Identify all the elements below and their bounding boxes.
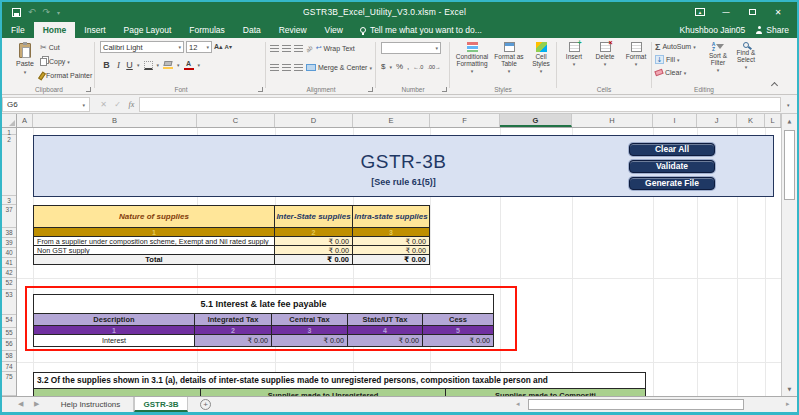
row-header[interactable]: 53 — [2, 290, 16, 315]
column-header-d[interactable]: D — [275, 114, 353, 127]
dialog-launcher-icon[interactable] — [368, 87, 373, 92]
header-cell[interactable]: Intra-state supplies — [353, 206, 429, 228]
header-cell[interactable]: Supplies made to Unregistered — [201, 389, 446, 396]
enter-icon[interactable]: ✓ — [111, 97, 124, 112]
header-cell[interactable]: State/UT Tax — [348, 314, 423, 326]
sheet-nav-left-icon[interactable]: ◀ — [18, 397, 23, 412]
decrease-decimal-icon[interactable]: .00→ — [427, 64, 440, 70]
generate-file-button[interactable]: Generate File — [629, 177, 715, 190]
undo-icon[interactable]: ↶ — [28, 8, 36, 17]
index-cell[interactable]: 3 — [353, 228, 429, 237]
row-label-cell[interactable]: Interest — [34, 335, 195, 346]
amount-cell[interactable]: ₹ 0.00 — [272, 335, 348, 346]
total-amount-cell[interactable]: ₹ 0.00 — [275, 255, 353, 264]
vertical-scroll-thumb[interactable] — [784, 130, 795, 200]
cell-styles-button[interactable]: Cell Styles▾ — [528, 42, 554, 75]
total-amount-cell[interactable]: ₹ 0.00 — [353, 255, 429, 264]
amount-cell[interactable]: ₹ 0.00 — [353, 237, 429, 246]
wrap-text-button[interactable]: ↩Wrap Text — [316, 43, 355, 54]
tab-file[interactable]: File — [2, 22, 34, 38]
column-header-i[interactable]: I — [653, 114, 697, 127]
borders-button[interactable] — [144, 61, 153, 70]
row-header[interactable]: 55 — [2, 328, 16, 339]
scroll-up-icon[interactable]: ▲ — [782, 118, 797, 124]
add-sheet-icon[interactable]: + — [200, 399, 211, 410]
close-button[interactable]: ✕ — [765, 2, 791, 22]
currency-format-button[interactable]: $ — [381, 62, 385, 71]
amount-cell[interactable]: ₹ 0.00 — [275, 237, 353, 246]
row-header[interactable]: 56 — [2, 339, 16, 351]
collapse-ribbon-icon[interactable] — [771, 82, 778, 89]
header-cell[interactable] — [34, 389, 201, 396]
insert-function-button[interactable]: fx — [125, 97, 138, 112]
tab-review[interactable]: Review — [270, 22, 316, 38]
total-label-cell[interactable]: Total — [34, 255, 275, 264]
spreadsheet-grid[interactable]: GSTR-3B [See rule 61(5)] Clear All Valid… — [17, 128, 781, 396]
column-header-e[interactable]: E — [353, 114, 430, 127]
find-select-button[interactable]: Find & Select▾ — [734, 42, 758, 74]
conditional-formatting-button[interactable]: Conditional Formatting▾ — [454, 42, 490, 75]
row-header[interactable]: 52 — [2, 278, 16, 290]
column-header-a[interactable]: A — [17, 114, 33, 127]
fill-color-button[interactable] — [163, 61, 173, 69]
tab-home[interactable]: Home — [34, 22, 76, 38]
row-header[interactable]: 3 — [2, 196, 16, 205]
tell-me-box[interactable]: Tell me what you want to do... — [352, 22, 490, 38]
align-right-icon[interactable] — [294, 64, 303, 71]
amount-cell[interactable]: ₹ 0.00 — [353, 246, 429, 255]
validate-button[interactable]: Validate — [629, 160, 715, 173]
redo-icon[interactable]: ↷ — [43, 8, 51, 17]
amount-cell[interactable]: ₹ 0.00 — [348, 335, 423, 346]
row-header[interactable]: 2 — [2, 135, 16, 196]
dialog-launcher-icon[interactable] — [86, 87, 91, 92]
header-cell[interactable]: Central Tax — [272, 314, 348, 326]
comma-format-button[interactable]: , — [407, 62, 409, 71]
sort-filter-button[interactable]: AZSort & Filter▾ — [706, 42, 730, 74]
horizontal-scroll-thumb[interactable] — [528, 399, 744, 410]
amount-cell[interactable]: ₹ 0.00 — [275, 246, 353, 255]
autosum-button[interactable]: ΣAutoSum▾ — [655, 41, 696, 52]
column-header-g-selected[interactable]: G — [500, 114, 572, 127]
share-button[interactable]: Share — [755, 25, 789, 35]
row-header[interactable]: 58 — [2, 351, 16, 362]
row-header[interactable]: 38 — [2, 228, 16, 238]
save-icon[interactable] — [12, 8, 21, 17]
font-family-select[interactable]: Calibri Light▾ — [100, 41, 184, 53]
name-box[interactable]: G6 ▾ — [2, 97, 90, 112]
qat-customize-icon[interactable]: ▾ — [57, 8, 60, 17]
index-cell[interactable]: 2 — [195, 326, 272, 335]
increase-decimal-icon[interactable]: ←.0 — [413, 64, 423, 70]
hscroll-right-icon[interactable]: ▸ — [786, 397, 790, 412]
format-painter-button[interactable]: Format Painter — [40, 70, 92, 81]
merge-center-button[interactable]: Merge & Center▾ — [306, 62, 372, 73]
cut-button[interactable]: ✂Cut — [40, 42, 92, 53]
cancel-icon[interactable]: ✕ — [97, 97, 110, 112]
header-cell[interactable]: Cess — [423, 314, 493, 326]
row-label-cell[interactable]: Non GST supply — [34, 246, 275, 255]
header-cell[interactable]: Description — [34, 314, 195, 326]
header-cell[interactable]: Integrated Tax — [195, 314, 272, 326]
column-header-k[interactable]: K — [737, 114, 765, 127]
select-all-corner[interactable] — [2, 114, 17, 127]
ribbon-display-options-button[interactable]: ▴ — [687, 2, 713, 22]
dialog-launcher-icon[interactable] — [442, 87, 447, 92]
row-header[interactable]: 40 — [2, 248, 16, 258]
row-header[interactable]: 42 — [2, 268, 16, 278]
fill-button[interactable]: ↓Fill▾ — [655, 54, 696, 65]
format-cells-button[interactable]: Format▾ — [623, 42, 649, 68]
user-name[interactable]: Khushboo Jain05 — [680, 25, 746, 35]
bold-button[interactable]: B — [102, 60, 111, 70]
section-3-2-heading[interactable]: 3.2 Of the supplies shown in 3.1 (a), de… — [33, 372, 646, 389]
align-middle-icon[interactable] — [282, 45, 291, 52]
amount-cell[interactable]: ₹ 0.00 — [423, 335, 493, 346]
row-header[interactable]: 37 — [2, 205, 16, 228]
insert-cells-button[interactable]: +Insert▾ — [561, 42, 587, 68]
percent-format-button[interactable]: % — [396, 62, 403, 71]
dialog-launcher-icon[interactable] — [258, 87, 263, 92]
orientation-icon[interactable]: ab — [305, 44, 314, 53]
row-header[interactable]: 75 — [2, 372, 16, 396]
index-cell[interactable]: 1 — [34, 228, 275, 237]
formula-input[interactable] — [139, 97, 781, 112]
amount-cell[interactable]: ₹ 0.00 — [195, 335, 272, 346]
align-top-icon[interactable] — [270, 45, 279, 52]
